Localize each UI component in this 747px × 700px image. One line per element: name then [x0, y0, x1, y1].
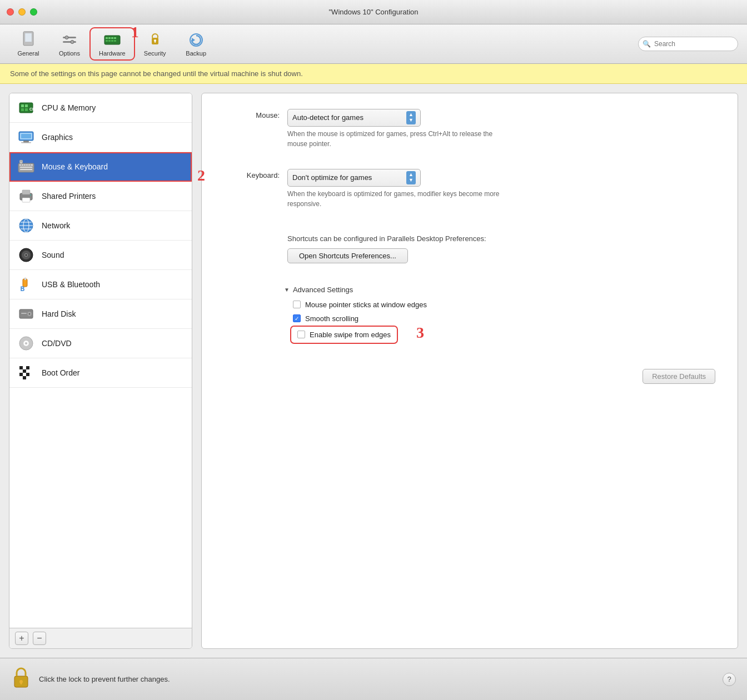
settings-panel: Mouse: Auto-detect for games ▲ ▼ When th…: [201, 93, 738, 649]
toolbar-backup[interactable]: Backup: [177, 29, 216, 59]
shortcuts-control: Shortcuts can be configured in Parallels…: [287, 234, 715, 277]
svg-rect-25: [25, 108, 28, 111]
sidebar-item-usb-bluetooth-label: USB & Bluetooth: [42, 280, 100, 289]
svg-rect-78: [26, 376, 29, 379]
svg-rect-13: [111, 40, 113, 42]
svg-marker-20: [192, 38, 195, 42]
smooth-scrolling-checkbox[interactable]: [293, 314, 301, 322]
network-icon: [17, 217, 35, 234]
svg-rect-11: [106, 40, 108, 42]
svg-rect-75: [26, 373, 29, 376]
toolbar-security[interactable]: Security: [136, 29, 175, 59]
advanced-header[interactable]: ▼ Advanced Settings: [284, 286, 715, 294]
open-shortcuts-button[interactable]: Open Shortcuts Preferences...: [287, 248, 408, 263]
sidebar-item-cpu-memory-label: CPU & Memory: [42, 103, 96, 112]
svg-rect-62: [21, 313, 27, 314]
keyboard-control: Don't optimize for games ▲ ▼ When the ke…: [287, 169, 715, 209]
enable-swipe-label: Enable swipe from edges: [310, 331, 391, 339]
svg-rect-9: [111, 37, 113, 39]
svg-rect-46: [30, 194, 31, 196]
sidebar-item-usb-bluetooth[interactable]: ʙ USB & Bluetooth: [9, 270, 192, 299]
sidebar-item-shared-printers[interactable]: Shared Printers: [9, 182, 192, 211]
advanced-triangle-icon: ▼: [284, 287, 290, 293]
security-icon: [146, 31, 164, 49]
options-icon: [61, 31, 78, 49]
svg-rect-37: [28, 164, 30, 166]
keyboard-select[interactable]: Don't optimize for games ▲ ▼: [287, 169, 421, 187]
lock-text: Click the lock to prevent further change…: [39, 675, 715, 683]
shortcuts-row: Shortcuts can be configured in Parallels…: [224, 234, 715, 277]
svg-rect-8: [108, 37, 111, 39]
sidebar-item-shared-printers-label: Shared Printers: [42, 192, 96, 201]
window-controls[interactable]: [7, 8, 37, 16]
svg-rect-39: [20, 167, 32, 168]
mouse-pointer-sticks-row: Mouse pointer sticks at window edges: [293, 301, 715, 309]
sidebar-item-hard-disk[interactable]: Hard Disk: [9, 299, 192, 329]
svg-rect-74: [23, 373, 26, 376]
sidebar-item-cpu-memory[interactable]: CPU CPU & Memory: [9, 93, 192, 123]
mouse-select-value: Auto-detect for games: [292, 113, 402, 122]
maximize-button[interactable]: [30, 8, 37, 16]
svg-point-3: [65, 36, 68, 39]
cpu-memory-icon: CPU: [17, 99, 35, 117]
svg-rect-33: [19, 164, 21, 166]
sidebar-remove-button[interactable]: −: [33, 632, 46, 645]
sidebar-add-button[interactable]: +: [15, 632, 28, 645]
svg-rect-68: [23, 366, 26, 369]
sidebar-item-network[interactable]: Network: [9, 211, 192, 241]
toolbar-general[interactable]: General: [9, 29, 48, 59]
svg-rect-34: [22, 164, 23, 166]
restore-defaults-button[interactable]: Restore Defaults: [643, 369, 715, 384]
keyboard-select-arrows: ▲ ▼: [406, 171, 416, 184]
svg-point-5: [71, 41, 74, 44]
shortcuts-text: Shortcuts can be configured in Parallels…: [287, 234, 715, 243]
svg-rect-24: [21, 108, 24, 111]
advanced-label: Advanced Settings: [293, 286, 353, 294]
toolbar-hardware-label: Hardware: [99, 50, 126, 57]
shared-printers-icon: [17, 187, 35, 205]
mouse-pointer-sticks-label: Mouse pointer sticks at window edges: [305, 301, 427, 309]
sidebar-item-network-label: Network: [42, 221, 70, 230]
window-title: "Windows 10" Configuration: [329, 8, 419, 16]
lock-icon[interactable]: [11, 665, 31, 693]
svg-rect-36: [26, 164, 28, 166]
svg-rect-71: [23, 369, 26, 373]
minimize-button[interactable]: [18, 8, 26, 16]
svg-rect-7: [106, 37, 108, 39]
mouse-pointer-sticks-checkbox[interactable]: [293, 301, 301, 308]
bottom-bar: Click the lock to prevent further change…: [0, 658, 747, 700]
enable-swipe-row: Enable swipe from edges 3: [293, 328, 395, 341]
svg-point-66: [26, 343, 27, 344]
search-container[interactable]: 🔍: [638, 37, 738, 51]
sidebar-footer: + −: [9, 628, 192, 648]
general-icon: [19, 31, 37, 49]
keyboard-setting-row: Keyboard: Don't optimize for games ▲ ▼ W…: [224, 169, 715, 209]
close-button[interactable]: [7, 8, 14, 16]
svg-rect-69: [26, 366, 29, 369]
svg-rect-14: [114, 40, 116, 42]
help-button[interactable]: ?: [723, 673, 736, 686]
svg-rect-38: [31, 164, 33, 166]
sidebar-item-boot-order[interactable]: Boot Order: [9, 358, 192, 388]
sidebar-item-cddvd[interactable]: CD/DVD: [9, 329, 192, 358]
content-area: Mouse: Auto-detect for games ▲ ▼ When th…: [201, 93, 738, 649]
svg-rect-42: [21, 161, 22, 162]
sidebar-item-cddvd-label: CD/DVD: [42, 339, 72, 348]
enable-swipe-checkbox[interactable]: [297, 331, 305, 338]
svg-rect-76: [19, 376, 23, 379]
mouse-control: Auto-detect for games ▲ ▼ When the mouse…: [287, 109, 715, 149]
keyboard-label: Keyboard:: [224, 169, 280, 179]
restore-defaults-row: Restore Defaults: [224, 369, 715, 384]
sidebar-item-mouse-keyboard[interactable]: Mouse & Keyboard 2: [9, 152, 192, 182]
annotation-2b: 2: [197, 167, 205, 184]
sidebar-item-sound[interactable]: Sound: [9, 241, 192, 270]
sidebar-item-mouse-keyboard-label: Mouse & Keyboard: [42, 162, 108, 171]
svg-point-55: [26, 254, 27, 256]
mouse-select[interactable]: Auto-detect for games ▲ ▼: [287, 109, 421, 127]
sidebar-item-graphics[interactable]: Graphics: [9, 123, 192, 152]
toolbar-options[interactable]: Options: [50, 29, 89, 59]
search-input[interactable]: [638, 37, 738, 51]
toolbar-hardware[interactable]: Hardware 1: [91, 29, 133, 59]
backup-icon: [187, 31, 205, 49]
mouse-setting-row: Mouse: Auto-detect for games ▲ ▼ When th…: [224, 109, 715, 149]
